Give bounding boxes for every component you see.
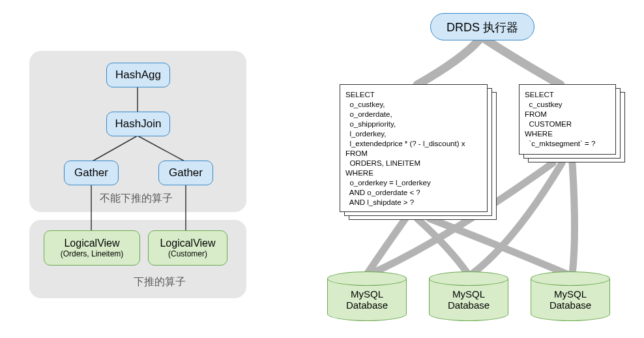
node-sublabel: (Orders, Lineitem) bbox=[61, 249, 124, 258]
drds-label: DRDS 执行器 bbox=[446, 21, 518, 34]
logicalview-customer: LogicalView (Customer) bbox=[148, 230, 227, 266]
drds-executor: DRDS 执行器 bbox=[430, 13, 534, 40]
node-label: HashJoin bbox=[115, 117, 162, 131]
node-label: LogicalView bbox=[160, 238, 215, 249]
node-label: Gather bbox=[74, 166, 108, 179]
mysql-db-3: MySQLDatabase bbox=[531, 271, 610, 321]
mysql-db-1: MySQLDatabase bbox=[327, 271, 407, 321]
logicalview-orders-lineitem: LogicalView (Orders, Lineitem) bbox=[44, 230, 140, 266]
sql-card-1: SELECT o_custkey, o_orderdate, o_shippri… bbox=[340, 84, 488, 212]
db-label: MySQLDatabase bbox=[429, 288, 508, 311]
node-sublabel: (Customer) bbox=[168, 249, 207, 258]
gather-node-left: Gather bbox=[64, 161, 119, 185]
db-label: MySQLDatabase bbox=[531, 288, 610, 311]
node-label: LogicalView bbox=[64, 238, 119, 249]
gather-node-right: Gather bbox=[158, 161, 213, 185]
db-label: MySQLDatabase bbox=[327, 288, 407, 311]
sql-text-2: SELECT c_custkeyFROM CUSTOMERWHERE `c_mk… bbox=[520, 85, 615, 154]
node-label: Gather bbox=[169, 166, 203, 179]
non-pushdown-label: 不能下推的算子 bbox=[100, 192, 173, 206]
sql-text-1: SELECT o_custkey, o_orderdate, o_shippri… bbox=[340, 85, 487, 213]
hashjoin-node: HashJoin bbox=[106, 112, 170, 136]
node-label: HashAgg bbox=[115, 69, 161, 82]
hashagg-node: HashAgg bbox=[106, 63, 170, 87]
sql-card-2: SELECT c_custkeyFROM CUSTOMERWHERE `c_mk… bbox=[519, 84, 616, 155]
mysql-db-2: MySQLDatabase bbox=[429, 271, 508, 321]
pushdown-label: 下推的算子 bbox=[134, 275, 186, 289]
plan-tree-panel: HashAgg HashJoin Gather Gather LogicalVi… bbox=[29, 51, 246, 312]
